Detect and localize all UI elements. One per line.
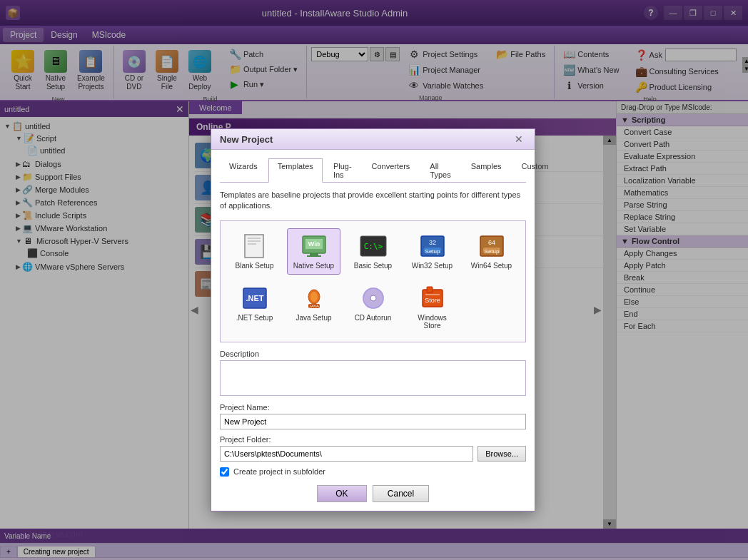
project-folder-label: Project Folder:	[220, 435, 526, 444]
template-dotnet-label: .NET Setup	[236, 314, 273, 322]
template-store[interactable]: Store Windows Store	[405, 280, 459, 335]
template-store-icon: Store	[418, 285, 447, 311]
svg-rect-31	[425, 294, 440, 295]
template-basic-icon: C:\>	[359, 233, 388, 259]
new-project-dialog: New Project ✕ Wizards Templates Plug-Ins…	[211, 128, 535, 511]
dialog-tab-bar: Wizards Templates Plug-Ins Converters Al…	[220, 158, 526, 183]
project-folder-inline: Browse...	[220, 446, 526, 462]
svg-rect-7	[307, 255, 321, 257]
template-store-label: Windows Store	[409, 314, 455, 330]
svg-rect-2	[248, 240, 261, 242]
project-name-input[interactable]	[220, 414, 526, 429]
template-java-label: Java Setup	[295, 314, 331, 322]
template-basic[interactable]: C:\> Basic Setup	[346, 228, 400, 275]
tab-all-types[interactable]: All Types	[420, 158, 460, 182]
svg-text:Setup: Setup	[484, 248, 499, 255]
tab-custom[interactable]: Custom	[512, 158, 558, 182]
dialog-description: Templates are baseline projects that pro…	[220, 190, 526, 212]
tab-templates[interactable]: Templates	[268, 158, 323, 183]
dialog-title-text: New Project	[220, 134, 273, 145]
description-box	[220, 360, 526, 396]
project-folder-input[interactable]	[220, 446, 473, 462]
svg-point-26	[370, 295, 376, 301]
svg-text:Setup: Setup	[425, 248, 440, 255]
template-blank[interactable]: Blank Setup	[228, 228, 281, 275]
svg-text:C:\>: C:\>	[363, 242, 383, 251]
svg-text:Win: Win	[308, 240, 319, 248]
template-win64[interactable]: 64 Setup Win64 Setup	[465, 228, 518, 275]
template-blank-icon	[241, 233, 269, 259]
template-cd-icon	[359, 285, 388, 311]
template-win32-icon: 32 Setup	[418, 233, 447, 259]
create-subfolder-row: Create project in subfolder	[220, 467, 526, 477]
template-win64-label: Win64 Setup	[471, 262, 512, 270]
template-java[interactable]: JAVA Java Setup	[287, 280, 340, 335]
dialog-close-button[interactable]: ✕	[512, 133, 526, 145]
create-subfolder-label: Create project in subfolder	[233, 467, 325, 476]
dialog-body: Wizards Templates Plug-Ins Converters Al…	[211, 150, 535, 511]
template-cd-label: CD Autorun	[355, 314, 392, 322]
template-dotnet-icon: .NET	[241, 285, 269, 311]
template-cd[interactable]: CD Autorun	[346, 280, 400, 335]
dialog-title-bar: New Project ✕	[211, 129, 535, 150]
svg-rect-1	[248, 238, 261, 239]
template-dotnet[interactable]: .NET .NET Setup	[228, 280, 281, 335]
project-folder-row: Project Folder: Browse...	[220, 435, 526, 462]
svg-text:Store: Store	[425, 297, 440, 304]
browse-button[interactable]: Browse...	[477, 446, 526, 462]
template-win32[interactable]: 32 Setup Win32 Setup	[405, 228, 459, 275]
svg-point-22	[310, 292, 318, 302]
svg-text:32: 32	[428, 239, 435, 246]
create-subfolder-checkbox[interactable]	[220, 467, 229, 477]
tab-plugins[interactable]: Plug-Ins	[324, 158, 361, 182]
svg-text:64: 64	[487, 239, 495, 246]
cancel-button[interactable]: Cancel	[373, 485, 429, 502]
tab-samples[interactable]: Samples	[462, 158, 511, 182]
template-native[interactable]: Win Native Setup	[287, 228, 340, 275]
template-basic-label: Basic Setup	[354, 262, 392, 270]
project-name-label: Project Name:	[220, 403, 526, 412]
template-native-label: Native Setup	[293, 262, 334, 270]
dialog-buttons: OK Cancel	[220, 485, 526, 502]
templates-grid: Blank Setup Win Native Setup	[220, 220, 526, 342]
svg-rect-3	[248, 243, 256, 245]
template-native-icon: Win	[300, 233, 328, 259]
desc-section: Description	[220, 350, 526, 396]
svg-rect-29	[427, 287, 433, 292]
template-win32-label: Win32 Setup	[412, 262, 453, 270]
template-java-icon: JAVA	[300, 285, 328, 311]
ok-button[interactable]: OK	[317, 485, 367, 502]
tab-wizards[interactable]: Wizards	[220, 158, 267, 182]
svg-text:.NET: .NET	[246, 294, 263, 302]
template-blank-label: Blank Setup	[236, 262, 274, 270]
desc-section-label: Description	[220, 350, 526, 358]
svg-text:JAVA: JAVA	[308, 304, 318, 308]
template-win64-icon: 64 Setup	[477, 233, 506, 259]
project-name-row: Project Name:	[220, 403, 526, 429]
tab-converters[interactable]: Converters	[363, 158, 420, 182]
